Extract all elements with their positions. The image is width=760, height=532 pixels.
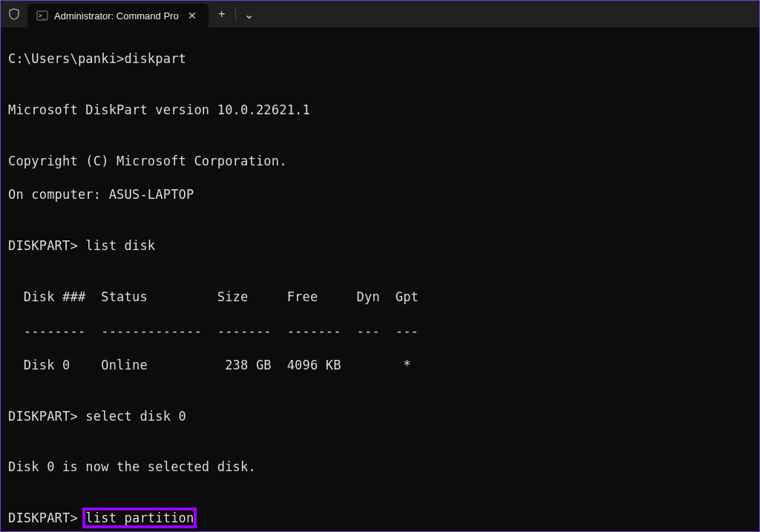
- svg-text:>_: >_: [39, 13, 46, 19]
- computer-line: On computer: ASUS-LAPTOP: [8, 186, 752, 203]
- diskpart-prompt: DISKPART>: [8, 510, 85, 525]
- terminal-window: >_ Administrator: Command Pro ✕ + ⌄ C:\U…: [0, 0, 760, 532]
- cmd-icon: >_: [36, 10, 48, 22]
- copyright-line: Copyright (C) Microsoft Corporation.: [8, 153, 752, 170]
- cmd-select-disk: DISKPART> select disk 0: [8, 408, 752, 425]
- cmd-text: list partition: [85, 510, 194, 525]
- tab-dropdown-button[interactable]: ⌄: [236, 1, 263, 27]
- select-msg: Disk 0 is now the selected disk.: [8, 459, 752, 476]
- tab-label: Administrator: Command Pro: [54, 10, 179, 22]
- uac-shield-icon: [1, 1, 27, 27]
- disk-rule: -------- ------------- ------- ------- -…: [8, 323, 752, 340]
- titlebar: >_ Administrator: Command Pro ✕ + ⌄: [1, 1, 759, 27]
- disk-row: Disk 0 Online 238 GB 4096 KB *: [8, 357, 752, 374]
- terminal-body[interactable]: C:\Users\panki>diskpart Microsoft DiskPa…: [1, 27, 759, 532]
- cmd-list-disk: DISKPART> list disk: [8, 237, 752, 254]
- tab-active[interactable]: >_ Administrator: Command Pro ✕: [27, 4, 209, 27]
- tab-actions: + ⌄: [209, 1, 263, 27]
- version-line: Microsoft DiskPart version 10.0.22621.1: [8, 102, 752, 119]
- disk-header: Disk ### Status Size Free Dyn Gpt: [8, 289, 752, 306]
- prompt-line: C:\Users\panki>diskpart: [8, 50, 752, 68]
- new-tab-button[interactable]: +: [209, 1, 235, 27]
- tab-close-button[interactable]: ✕: [185, 10, 200, 22]
- cmd-list-partition: DISKPART> list partition: [8, 510, 752, 527]
